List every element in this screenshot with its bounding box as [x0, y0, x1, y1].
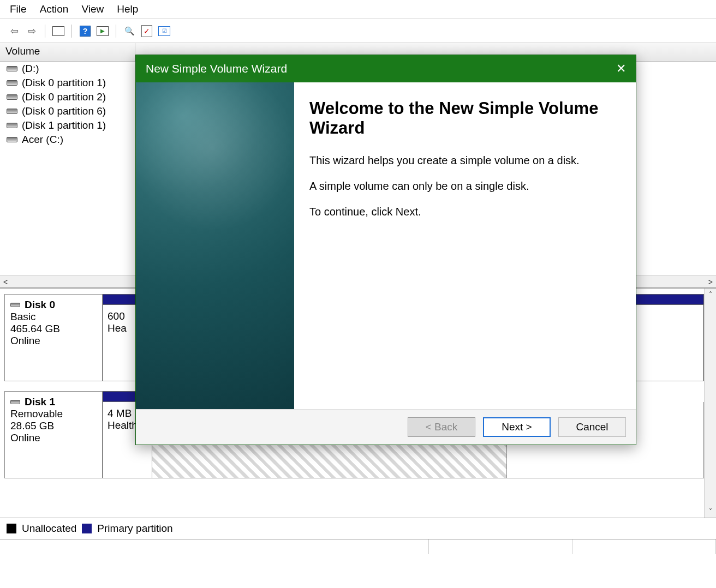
status-segment [0, 539, 429, 554]
scroll-down-icon[interactable]: ˅ [709, 508, 712, 515]
scroll-left-icon[interactable]: < [3, 278, 8, 286]
wizard-text: This wizard helps you create a simple vo… [309, 154, 620, 167]
check-icon[interactable]: ✓ [139, 23, 154, 39]
volume-icon [7, 80, 17, 86]
volume-label: (Disk 0 partition 6) [22, 105, 106, 117]
volume-label: (D:) [22, 63, 39, 75]
scroll-up-icon[interactable]: ˄ [709, 291, 712, 298]
disk-type: Removable [10, 408, 97, 420]
volume-label: (Disk 0 partition 1) [22, 77, 106, 89]
volume-item[interactable]: (Disk 0 partition 1) [0, 76, 135, 90]
properties-icon[interactable] [51, 23, 66, 39]
disk-1-info[interactable]: Disk 1 Removable 28.65 GB Online [4, 391, 103, 478]
disk-status: Online [10, 432, 97, 444]
disk-status: Online [10, 335, 97, 347]
volume-item[interactable]: (D:) [0, 62, 135, 76]
next-button[interactable]: Next > [483, 417, 551, 437]
menu-help[interactable]: Help [117, 3, 138, 15]
disk-name: Disk 0 [25, 299, 55, 311]
legend-label-primary: Primary partition [97, 523, 172, 535]
wizard-heading: Welcome to the New Simple Volume Wizard [309, 99, 620, 138]
separator [45, 25, 45, 38]
volume-icon [7, 66, 17, 71]
volume-icon [7, 123, 17, 128]
status-segment [572, 539, 716, 554]
close-icon[interactable]: ✕ [616, 62, 626, 76]
wizard-text: To continue, click Next. [309, 206, 620, 218]
volume-label: Acer (C:) [22, 134, 63, 146]
volume-item[interactable]: (Disk 0 partition 2) [0, 90, 135, 104]
back-icon[interactable]: ⇦ [7, 23, 22, 39]
scroll-right-icon[interactable]: > [708, 278, 713, 286]
separator [116, 25, 116, 38]
disk-size: 28.65 GB [10, 420, 97, 432]
vertical-scrollbar[interactable]: ˄ ˅ [704, 289, 716, 518]
toolbar: ⇦ ⇨ ? ▶ 🔍 ✓ ☑ [0, 19, 716, 43]
volume-column-header[interactable]: Volume [0, 43, 135, 61]
separator [71, 25, 72, 38]
disk-icon [10, 400, 20, 404]
refresh-icon[interactable]: 🔍 [122, 23, 137, 39]
volume-icon [7, 137, 17, 142]
disk-type: Basic [10, 311, 97, 323]
menu-view[interactable]: View [81, 3, 104, 15]
forward-icon[interactable]: ⇨ [24, 23, 39, 39]
volume-label: (Disk 1 partition 1) [22, 119, 106, 131]
list-icon[interactable]: ☑ [157, 23, 172, 39]
legend-swatch-unallocated [7, 524, 16, 533]
wizard-content: Welcome to the New Simple Volume Wizard … [294, 82, 636, 409]
cancel-button[interactable]: Cancel [558, 417, 626, 437]
volume-label: (Disk 0 partition 2) [22, 91, 106, 103]
volume-icon [7, 94, 17, 100]
legend-swatch-primary [82, 524, 92, 533]
wizard-footer: < Back Next > Cancel [136, 409, 636, 445]
back-button: < Back [408, 417, 475, 437]
disk-0-info[interactable]: Disk 0 Basic 465.64 GB Online [4, 294, 103, 381]
wizard-sidebar-graphic [136, 82, 294, 409]
help-icon[interactable]: ? [77, 23, 93, 39]
status-segment [429, 539, 572, 554]
legend-label-unallocated: Unallocated [22, 523, 76, 535]
volume-item[interactable]: (Disk 0 partition 6) [0, 104, 135, 118]
menu-action[interactable]: Action [40, 3, 69, 15]
disk-size: 465.64 GB [10, 323, 97, 335]
volume-icon [7, 109, 17, 114]
new-simple-volume-wizard: New Simple Volume Wizard ✕ Welcome to th… [135, 55, 636, 445]
volume-list: (D:) (Disk 0 partition 1) (Disk 0 partit… [0, 62, 135, 275]
wizard-text: A simple volume can only be on a single … [309, 180, 620, 193]
status-bar [0, 539, 716, 554]
wizard-body: Welcome to the New Simple Volume Wizard … [136, 82, 636, 409]
disk-icon [10, 303, 20, 307]
menu-file[interactable]: File [10, 3, 27, 15]
action-list-icon[interactable]: ▶ [95, 23, 110, 39]
menu-bar: File Action View Help [0, 0, 716, 19]
disk-name: Disk 1 [25, 396, 55, 408]
legend: Unallocated Primary partition [0, 518, 716, 539]
